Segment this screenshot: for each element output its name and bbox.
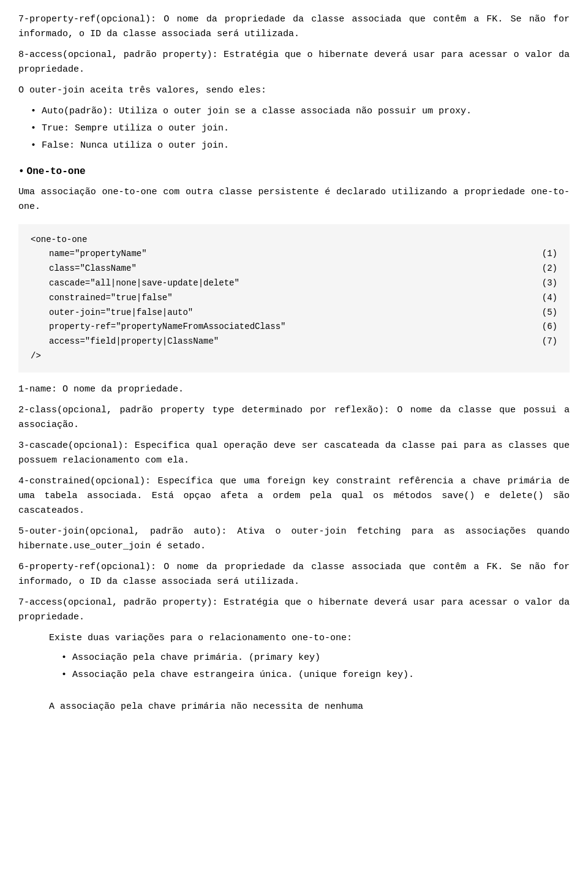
code-num-3: (3) [533, 276, 557, 291]
desc-5: 5-outer-join(opcional, padrão auto): Ati… [18, 524, 570, 554]
bullet-true: True: Sempre utiliza o outer join. [31, 121, 570, 136]
code-attr-5: outer-join="true|false|auto" [49, 306, 533, 320]
code-open-tag: <one-to-one [31, 233, 87, 248]
code-num-6: (6) [533, 320, 557, 334]
code-attr-row-4: constrained="true|false" (4) [31, 291, 557, 306]
desc-3: 3-cascade(opcional): Especifica qual ope… [18, 439, 570, 468]
code-block-one-to-one: <one-to-one name="propertyName" (1) clas… [18, 224, 570, 372]
outer-join-list: Auto(padrão): Utiliza o outer join se a … [31, 104, 570, 153]
code-num-1: (1) [533, 247, 557, 262]
code-num-2: (2) [533, 262, 557, 276]
variation-2: Associação pela chave estrangeira única.… [61, 668, 570, 682]
variations-list: Associação pela chave primária. (primary… [18, 651, 570, 682]
desc-4: 4-constrained(opcional): Específica que … [18, 474, 570, 518]
content-block: 7-property-ref(opcional): O nome da prop… [18, 12, 570, 714]
code-attr-6: property-ref="propertyNameFromAssociated… [49, 320, 533, 334]
paragraph-7-property-ref: 7-property-ref(opcional): O nome da prop… [18, 12, 570, 42]
code-attr-4: constrained="true|false" [49, 291, 533, 306]
code-attr-7: access="field|property|ClassName" [49, 334, 533, 349]
one-to-one-title: •One-to-one [18, 164, 570, 180]
code-attr-row-1: name="propertyName" (1) [31, 247, 557, 262]
final-paragraph: A associação pela chave primária não nec… [18, 700, 570, 714]
bullet-false: False: Nunca utiliza o outer join. [31, 138, 570, 153]
paragraph-8-access: 8-access(opcional, padrão property): Est… [18, 48, 570, 77]
code-close-tag: /> [31, 349, 557, 364]
code-attr-row-3: cascade="all|none|save-update|delete" (3… [31, 276, 557, 291]
code-attr-row-5: outer-join="true|false|auto" (5) [31, 306, 557, 320]
code-attr-3: cascade="all|none|save-update|delete" [49, 276, 533, 291]
code-open-tag-line: <one-to-one [31, 233, 557, 248]
code-attr-row-2: class="ClassName" (2) [31, 262, 557, 276]
code-num-5: (5) [533, 306, 557, 320]
desc-6: 6-property-ref(opcional): O nome da prop… [18, 560, 570, 589]
code-attr-2: class="ClassName" [49, 262, 533, 276]
outer-join-intro: O outer-join aceita três valores, sendo … [18, 83, 570, 98]
desc-2: 2-class(opcional, padrão property type d… [18, 403, 570, 433]
section-bullet: • [18, 166, 24, 177]
desc-7: 7-access(opcional, padrão property): Est… [18, 595, 570, 625]
code-attr-row-7: access="field|property|ClassName" (7) [31, 334, 557, 349]
desc-1: 1-name: O nome da propriedade. [18, 382, 570, 397]
code-attr-row-6: property-ref="propertyNameFromAssociated… [31, 320, 557, 334]
code-num-7: (7) [533, 334, 557, 349]
one-to-one-description: Uma associação one-to-one com outra clas… [18, 185, 570, 214]
code-attr-1: name="propertyName" [49, 247, 533, 262]
variations-intro: Existe duas variações para o relacioname… [18, 631, 570, 646]
code-num-4: (4) [533, 291, 557, 306]
bullet-auto: Auto(padrão): Utiliza o outer join se a … [31, 104, 570, 119]
variation-1: Associação pela chave primária. (primary… [61, 651, 570, 665]
